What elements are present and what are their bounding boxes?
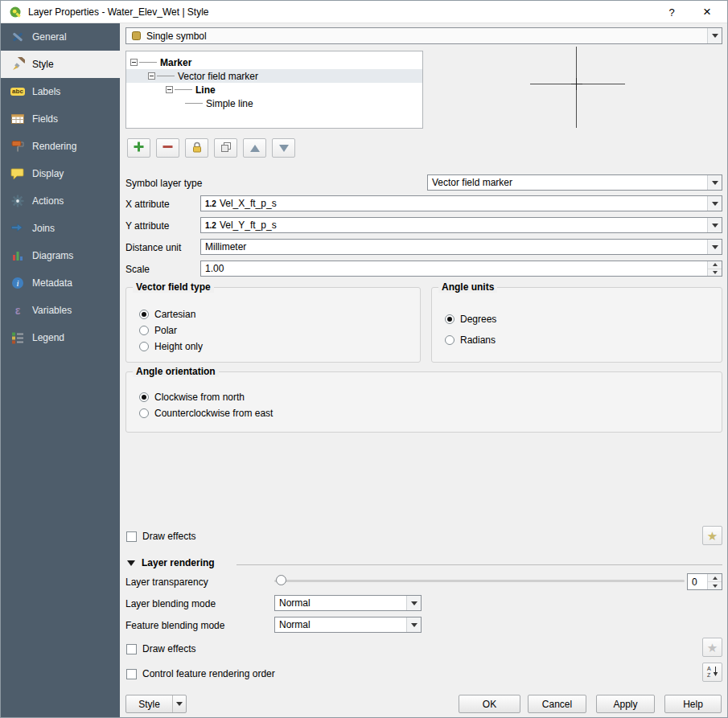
sidebar-item-general[interactable]: General — [1, 23, 120, 51]
help-button[interactable]: Help — [664, 695, 722, 713]
sidebar-item-label: Display — [32, 168, 64, 179]
distance-unit-combo[interactable]: Millimeter — [200, 239, 722, 255]
remove-symbol-layer-button[interactable] — [156, 138, 179, 158]
transparency-spinbox[interactable]: 0 — [687, 573, 722, 590]
dropdown-arrow-icon — [707, 196, 722, 211]
collapse-icon[interactable] — [166, 86, 173, 93]
checkbox-icon[interactable] — [126, 644, 137, 654]
cancel-button[interactable]: Cancel — [528, 695, 586, 713]
slider-groove — [274, 580, 685, 582]
sidebar-item-label: Diagrams — [32, 250, 73, 261]
style-menu-button[interactable]: Style — [125, 695, 187, 713]
draw-effects-checkbox-row[interactable]: Draw effects — [126, 530, 195, 543]
dropdown-arrow-icon — [707, 28, 722, 43]
layer-rendering-header[interactable]: Layer rendering — [127, 557, 215, 568]
svg-text:i: i — [16, 278, 19, 288]
group-title: Vector field type — [133, 281, 214, 293]
layer-transparency-slider[interactable] — [274, 574, 685, 587]
rendering-order-options-button[interactable]: AZ — [702, 663, 722, 682]
radio-clockwise-from-north[interactable]: Clockwise from north — [139, 392, 245, 403]
style-icon — [10, 57, 25, 72]
tree-branch-line — [185, 103, 203, 104]
checkbox-icon[interactable] — [126, 669, 137, 679]
sidebar-item-labels[interactable]: abc Labels — [1, 78, 120, 105]
sidebar-item-fields[interactable]: Fields — [1, 105, 120, 133]
sidebar-item-metadata[interactable]: i Metadata — [1, 269, 120, 297]
collapse-icon[interactable] — [130, 59, 138, 66]
symbol-toolbar — [127, 138, 295, 158]
radio-radians[interactable]: Radians — [445, 334, 496, 346]
radio-polar[interactable]: Polar — [139, 325, 177, 336]
dropdown-arrow-icon — [707, 240, 722, 254]
scale-label: Scale — [125, 264, 150, 275]
tree-item-vector-field-marker[interactable]: Vector field marker — [126, 69, 422, 83]
x-attribute-combo[interactable]: 1.2 Vel_X_ft_p_s — [200, 195, 722, 211]
sidebar-item-label: Variables — [32, 305, 72, 316]
dropdown-arrow-icon — [406, 596, 421, 610]
titlebar[interactable]: Layer Properties - Water_Elev_Wet | Styl… — [1, 1, 727, 23]
symbol-layer-type-label: Symbol layer type — [125, 178, 202, 189]
collapse-icon[interactable] — [148, 72, 155, 80]
qgis-logo-icon — [8, 5, 23, 19]
layer-properties-dialog: Layer Properties - Water_Elev_Wet | Styl… — [0, 0, 728, 718]
checkbox-icon[interactable] — [126, 531, 137, 542]
control-feature-rendering-order-row[interactable]: Control feature rendering order — [126, 667, 275, 680]
scale-spinbox[interactable]: 1.00 — [200, 261, 722, 277]
rendering-icon — [10, 139, 25, 154]
y-attribute-combo[interactable]: 1.2 Vel_Y_ft_p_s — [200, 217, 722, 233]
dropdown-arrow-icon — [406, 617, 421, 632]
x-attribute-label: X attribute — [125, 199, 170, 210]
renderer-combo[interactable]: Single symbol — [125, 27, 722, 44]
sidebar-item-diagrams[interactable]: Diagrams — [1, 242, 120, 269]
decimal-field-icon: 1.2 — [201, 221, 216, 230]
symbol-layer-type-combo[interactable]: Vector field marker — [427, 174, 722, 191]
feature-blending-mode-combo[interactable]: Normal — [274, 617, 422, 633]
sidebar-item-variables[interactable]: ε Variables — [1, 297, 120, 324]
lock-icon — [191, 142, 203, 155]
radio-degrees[interactable]: Degrees — [445, 314, 496, 325]
dropdown-arrow-icon — [707, 175, 722, 190]
radio-counterclockwise-from-east[interactable]: Counterclockwise from east — [139, 408, 273, 419]
spin-down-button[interactable] — [708, 581, 722, 589]
decimal-field-icon: 1.2 — [201, 199, 216, 208]
tree-item-marker[interactable]: Marker — [126, 55, 422, 69]
duplicate-icon — [220, 142, 232, 155]
duplicate-symbol-layer-button[interactable] — [214, 138, 237, 158]
spin-up-button[interactable] — [708, 574, 722, 581]
layer-blending-mode-combo[interactable]: Normal — [274, 595, 422, 611]
sidebar-item-label: Labels — [32, 86, 60, 97]
star-icon: ★ — [707, 530, 718, 542]
radio-cartesian[interactable]: Cartesian — [139, 309, 195, 320]
fields-icon — [10, 112, 25, 126]
ok-button[interactable]: OK — [459, 695, 520, 713]
customize-effects-button[interactable]: ★ — [702, 526, 722, 545]
layer-draw-effects-checkbox-row[interactable]: Draw effects — [126, 642, 195, 655]
sidebar-item-style[interactable]: Style — [1, 51, 120, 78]
sidebar-item-actions[interactable]: Actions — [1, 187, 120, 215]
angle-orientation-group: Angle orientation Clockwise from north C… — [125, 371, 722, 433]
slider-handle[interactable] — [276, 575, 286, 585]
radio-height-only[interactable]: Height only — [139, 341, 203, 352]
legend-icon — [10, 330, 25, 345]
tree-item-line[interactable]: Line — [126, 83, 422, 96]
sidebar-item-rendering[interactable]: Rendering — [1, 133, 120, 160]
sidebar-item-label: Style — [32, 59, 54, 70]
sidebar-item-joins[interactable]: Joins — [1, 215, 120, 242]
move-up-button[interactable] — [243, 138, 266, 158]
move-down-button[interactable] — [272, 138, 295, 158]
add-symbol-layer-button[interactable] — [127, 138, 150, 158]
apply-button[interactable]: Apply — [596, 695, 655, 713]
tree-branch-line — [157, 76, 175, 76]
section-divider — [236, 564, 722, 565]
sidebar-item-legend[interactable]: Legend — [1, 324, 120, 351]
help-titlebar-button[interactable]: ? — [658, 1, 685, 23]
spin-down-button[interactable] — [708, 269, 722, 277]
layer-customize-effects-button[interactable]: ★ — [702, 638, 722, 657]
spin-up-button[interactable] — [708, 261, 722, 269]
close-button[interactable]: × — [693, 1, 721, 23]
sidebar-item-display[interactable]: Display — [1, 160, 120, 187]
chevron-down-icon — [173, 702, 186, 706]
tree-item-simple-line[interactable]: Simple line — [126, 96, 422, 110]
star-icon: ★ — [707, 642, 718, 654]
lock-color-button[interactable] — [185, 138, 208, 158]
